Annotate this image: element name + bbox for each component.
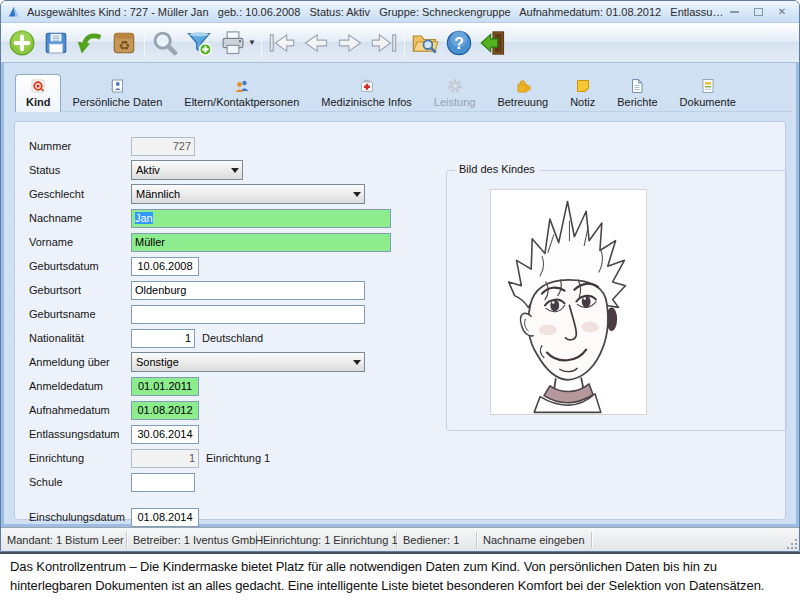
einschulungsdatum-field[interactable]: 01.08.2014 — [131, 508, 199, 527]
nationalitaet-name-label: Deutschland — [202, 332, 263, 344]
form-row-anmeldung-ueber: Anmeldung über Sonstige — [29, 350, 391, 374]
entlassungsdatum-field[interactable]: 30.06.2014 — [131, 425, 199, 444]
field-label: Anmeldedatum — [29, 380, 131, 392]
field-label: Schule — [29, 476, 131, 488]
undo-button[interactable] — [73, 26, 107, 60]
titlebar[interactable]: Ausgewähltes Kind : 727 - Müller Jan geb… — [1, 1, 799, 23]
people-icon — [234, 78, 250, 94]
tab-betreuung[interactable]: Betreuung — [486, 73, 559, 111]
geburtsdatum-field[interactable]: 10.06.2008 — [131, 257, 199, 276]
vorname-field[interactable]: Müller — [131, 233, 391, 252]
schule-field[interactable] — [131, 473, 195, 492]
nummer-field[interactable]: 727 — [131, 137, 195, 156]
form-row-entlassungsdatum: Entlassungsdatum 30.06.2014 — [29, 422, 391, 446]
content-panel: Nummer 727 Status Aktiv — [14, 121, 786, 520]
first-aid-icon — [359, 78, 375, 94]
exit-icon — [479, 29, 507, 57]
field-label: Nummer — [29, 140, 131, 152]
geburtsname-field[interactable] — [131, 305, 365, 324]
geburtsort-field[interactable]: Oldenburg — [131, 281, 365, 300]
browse-records-button[interactable] — [408, 26, 442, 60]
form-row-aufnahmedatum: Aufnahmedatum 01.08.2012 — [29, 398, 391, 422]
form-row-geburtsort: Geburtsort Oldenburg — [29, 278, 391, 302]
nachname-field[interactable]: Jan — [131, 209, 391, 228]
field-label: Einrichtung — [29, 452, 131, 464]
bild-des-kindes-groupbox: Bild des Kindes — [446, 170, 787, 431]
exit-button[interactable] — [476, 26, 510, 60]
maximize-button[interactable] — [751, 6, 765, 18]
help-button[interactable]: ? — [442, 26, 476, 60]
print-icon — [219, 29, 247, 57]
screenshot-root: Ausgewähltes Kind : 727 - Müller Jan geb… — [0, 0, 800, 600]
recycle-bin-button[interactable]: ♻ — [107, 26, 141, 60]
tab-dokumente[interactable]: Dokumente — [669, 73, 747, 111]
chevron-down-icon — [349, 356, 364, 369]
form-row-einschulungsdatum: Einschulungsdatum 01.08.2014 — [29, 505, 391, 529]
last-record-icon — [370, 29, 398, 57]
tab-page: Kind Persönliche Daten — [4, 63, 796, 524]
form-row-geschlecht: Geschlecht Männlich — [29, 182, 391, 206]
field-label: Geschlecht — [29, 188, 131, 200]
anmeldung-ueber-select[interactable]: Sonstige — [131, 352, 365, 372]
form-row-nummer: Nummer 727 — [29, 134, 391, 158]
tab-label: Notiz — [570, 96, 595, 108]
app-window: Ausgewähltes Kind : 727 - Müller Jan geb… — [0, 0, 800, 552]
document-icon — [700, 78, 716, 94]
resize-grip[interactable] — [785, 537, 797, 549]
previous-record-icon — [302, 29, 330, 57]
first-record-button[interactable] — [265, 26, 299, 60]
help-icon: ? — [445, 29, 473, 57]
field-label: Aufnahmedatum — [29, 404, 131, 416]
screenshot-caption: Das Kontrollzentrum – Die Kindermaske bi… — [0, 552, 800, 600]
geschlecht-select[interactable]: Männlich — [131, 184, 365, 204]
tab-persoenliche-daten[interactable]: Persönliche Daten — [61, 73, 173, 111]
print-dropdown-caret[interactable]: ▼ — [248, 38, 256, 47]
filter-add-button[interactable] — [182, 26, 216, 60]
anmeldedatum-field[interactable]: 01.01.2011 — [131, 377, 199, 396]
first-record-icon — [268, 29, 296, 57]
new-record-button[interactable] — [5, 26, 39, 60]
tab-notiz[interactable]: Notiz — [559, 73, 606, 111]
previous-record-button[interactable] — [299, 26, 333, 60]
new-record-icon — [8, 29, 36, 57]
tab-leistung[interactable]: Leistung — [423, 73, 487, 111]
child-sketch-drawing — [491, 190, 646, 414]
child-photo[interactable] — [490, 189, 647, 415]
tab-label: Medizinische Infos — [321, 96, 412, 108]
person-card-icon — [109, 78, 125, 94]
next-record-button[interactable] — [333, 26, 367, 60]
tab-label: Betreuung — [497, 96, 548, 108]
child-icon — [30, 78, 46, 94]
status-select[interactable]: Aktiv — [131, 160, 243, 180]
field-label: Geburtsdatum — [29, 260, 131, 272]
statusbar: Mandant: 1 Bistum Leer Betreiber: 1 Iven… — [1, 527, 799, 551]
field-label: Nachname — [29, 212, 131, 224]
form-row-status: Status Aktiv — [29, 158, 391, 182]
print-button[interactable] — [216, 26, 250, 60]
nationalitaet-field[interactable]: 1 — [131, 329, 195, 348]
tab-kind[interactable]: Kind — [15, 74, 61, 112]
window-body: Kind Persönliche Daten — [1, 63, 799, 527]
minimize-button[interactable] — [727, 6, 741, 18]
tab-label: Kind — [26, 96, 50, 108]
einrichtung-field[interactable]: 1 — [131, 449, 199, 468]
tab-berichte[interactable]: Berichte — [606, 73, 668, 111]
toolbar-separator — [404, 28, 405, 58]
search-button[interactable] — [148, 26, 182, 60]
save-button[interactable] — [39, 26, 73, 60]
field-label: Anmeldung über — [29, 356, 131, 368]
tab-medizinische-infos[interactable]: Medizinische Infos — [310, 73, 423, 111]
tab-label: Persönliche Daten — [72, 96, 162, 108]
close-button[interactable]: ✕ — [775, 6, 789, 18]
form-spacer — [29, 494, 391, 505]
statusbar-betreiber: Betreiber: 1 Iventus GmbH — [127, 532, 257, 548]
note-icon — [575, 78, 591, 94]
chevron-down-icon — [349, 188, 364, 201]
tab-eltern-kontaktpersonen[interactable]: Eltern/Kontaktpersonen — [173, 73, 310, 111]
form-row-nachname: Nachname Jan — [29, 206, 391, 230]
chevron-down-icon — [227, 164, 242, 177]
statusbar-bediener: Bediener: 1 — [397, 532, 477, 548]
form-row-geburtsdatum: Geburtsdatum 10.06.2008 — [29, 254, 391, 278]
aufnahmedatum-field[interactable]: 01.08.2012 — [131, 401, 199, 420]
last-record-button[interactable] — [367, 26, 401, 60]
